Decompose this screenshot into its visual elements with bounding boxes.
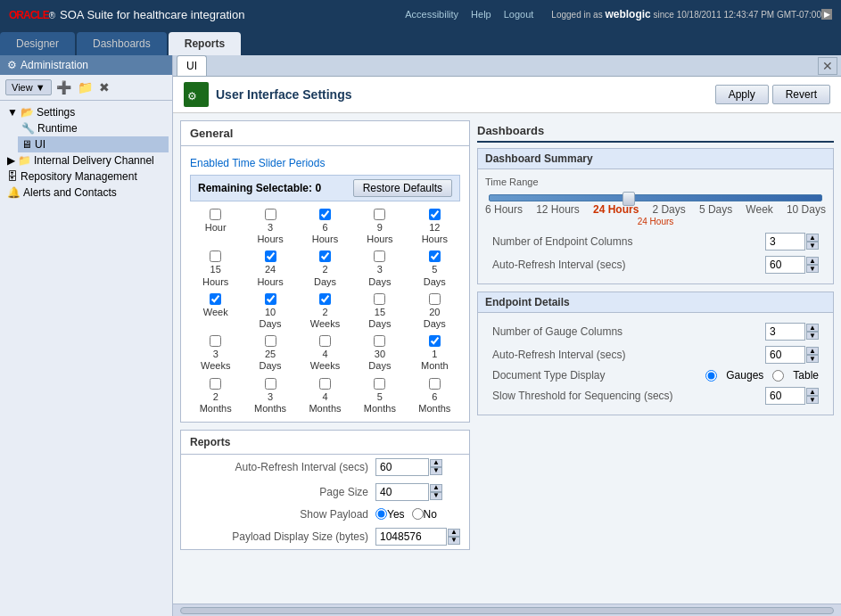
checkbox-6hours-input[interactable] [319, 209, 331, 220]
show-payload-no-radio[interactable] [412, 508, 424, 520]
checkbox-3months-input[interactable] [265, 378, 276, 390]
show-payload-yes-radio[interactable] [375, 508, 387, 520]
endpoint-details-body: Number of Gauge Columns ▲ ▼ Auto-Refresh… [478, 313, 833, 415]
checkbox-15hours-input[interactable] [210, 251, 221, 262]
page-size-spinner: ▲ ▼ [430, 484, 442, 500]
page-size-down[interactable]: ▼ [430, 492, 442, 500]
detail-auto-refresh-up[interactable]: ▲ [806, 347, 819, 355]
checkbox-1month: 1Month [409, 335, 460, 372]
page-size-input[interactable] [375, 483, 429, 501]
checkbox-1month-input[interactable] [429, 335, 441, 347]
main-layout: ⚙ Administration View ▼ ➕ 📁 ✖ ▼ 📂 Settin… [0, 55, 841, 616]
sidebar-item-settings[interactable]: ▼ 📂 Settings [4, 104, 169, 120]
payload-display-down[interactable]: ▼ [448, 537, 460, 545]
checkbox-12hours: 12Hours [409, 209, 460, 245]
dashboard-summary-title: Dashboard Summary [478, 149, 833, 169]
doc-type-table-radio[interactable] [772, 370, 784, 382]
sidebar-header: ⚙ Administration [0, 55, 172, 75]
content-tab-ui[interactable]: UI [177, 55, 207, 76]
summary-auto-refresh-up[interactable]: ▲ [806, 257, 819, 265]
endpoint-cols-up[interactable]: ▲ [806, 234, 819, 242]
tab-designer[interactable]: Designer [0, 32, 75, 55]
gauge-cols-down[interactable]: ▼ [806, 332, 819, 340]
checkbox-3weeks: 3Weeks [190, 335, 241, 372]
payload-display-label: Payload Display Size (bytes) [190, 530, 368, 543]
slow-threshold-down[interactable]: ▼ [806, 396, 819, 404]
sidebar-header-icon: ⚙ [7, 59, 17, 71]
folder-btn[interactable]: 📁 [76, 78, 95, 96]
checkbox-2months: 2Months [190, 378, 241, 415]
checkbox-24hours-input[interactable] [265, 251, 276, 262]
restore-defaults-button[interactable]: Restore Defaults [353, 179, 452, 197]
content-area: UI ✕ ⚙ User Interface Settings Apply Rev… [173, 55, 841, 616]
summary-auto-refresh-down[interactable]: ▼ [806, 265, 819, 273]
checkbox-2days-input[interactable] [319, 251, 331, 262]
time-range-label: Time Range [485, 177, 826, 187]
add-btn[interactable]: ➕ [54, 78, 73, 96]
checkbox-5days-input[interactable] [429, 251, 441, 262]
auto-refresh-down[interactable]: ▼ [430, 467, 442, 475]
delete-btn[interactable]: ✖ [97, 78, 111, 96]
endpoint-cols-spinner: ▲ ▼ [806, 234, 819, 250]
checkbox-week-input[interactable] [210, 293, 221, 305]
checkbox-6hours: 6Hours [300, 209, 350, 245]
doc-type-table-label: Table [793, 369, 819, 382]
sidebar-item-repo[interactable]: 🗄 Repository Management [4, 168, 169, 185]
checkbox-2months-input[interactable] [210, 378, 221, 390]
close-tab-btn[interactable]: ✕ [818, 57, 837, 75]
sidebar-item-alerts[interactable]: 🔔 Alerts and Contacts [4, 185, 169, 201]
tab-dashboards[interactable]: Dashboards [77, 32, 167, 55]
auto-refresh-label: Auto-Refresh Interval (secs) [190, 461, 368, 473]
endpoint-cols-input[interactable] [765, 233, 805, 251]
checkbox-12hours-input[interactable] [429, 209, 441, 220]
detail-auto-refresh-down[interactable]: ▼ [806, 355, 819, 363]
doc-type-gauges-radio[interactable] [705, 370, 717, 382]
general-panel: General Enabled Time Slider Periods Rema… [180, 120, 470, 423]
checkbox-3days-input[interactable] [374, 251, 385, 262]
slow-threshold-up[interactable]: ▲ [806, 388, 819, 396]
checkbox-30days-input[interactable] [374, 335, 385, 347]
sidebar-item-runtime[interactable]: 🔧 Runtime [18, 120, 169, 136]
checkbox-3hours-input[interactable] [265, 209, 276, 220]
gauge-cols-input[interactable] [765, 323, 805, 341]
checkbox-4months-input[interactable] [319, 378, 331, 390]
view-dropdown[interactable]: View ▼ [5, 79, 52, 95]
page-size-row: Page Size ▲ ▼ [181, 480, 469, 505]
svg-text:⚙: ⚙ [187, 90, 197, 103]
scrollbar-track[interactable] [180, 607, 834, 614]
checkbox-3weeks-input[interactable] [210, 335, 221, 347]
doc-type-display-label: Document Type Display [492, 369, 705, 382]
auto-refresh-input[interactable] [375, 458, 429, 476]
checkbox-10days-input[interactable] [265, 293, 276, 305]
accessibility-link[interactable]: Accessibility [405, 9, 458, 20]
logout-link[interactable]: Logout [504, 9, 534, 20]
checkbox-3hours: 3Hours [244, 209, 295, 245]
checkbox-25days-input[interactable] [265, 335, 276, 347]
scroll-right-btn[interactable]: ▶ [821, 9, 832, 20]
tab-reports[interactable]: Reports [169, 32, 241, 55]
summary-auto-refresh-label: Auto-Refresh Interval (secs) [492, 259, 765, 271]
help-link[interactable]: Help [471, 9, 491, 20]
checkbox-6months-input[interactable] [429, 378, 441, 390]
gauge-cols-up[interactable]: ▲ [806, 324, 819, 332]
slider-thumb[interactable] [623, 192, 635, 206]
detail-auto-refresh-input[interactable] [765, 346, 805, 364]
checkbox-20days-input[interactable] [429, 293, 441, 305]
checkbox-9hours-input[interactable] [374, 209, 385, 220]
time-range-slider[interactable]: 6 Hours 12 Hours 24 Hours 2 Days 5 Days … [485, 191, 826, 230]
payload-display-row: Payload Display Size (bytes) ▲ ▼ [181, 524, 469, 549]
checkbox-2weeks-input[interactable] [319, 293, 331, 305]
sidebar-item-delivery[interactable]: ▶ 📁 Internal Delivery Channel [4, 152, 169, 168]
checkbox-15days-input[interactable] [374, 293, 385, 305]
bottom-scrollbar[interactable] [173, 604, 841, 616]
apply-button[interactable]: Apply [715, 85, 769, 104]
summary-auto-refresh-input[interactable] [765, 256, 805, 274]
endpoint-cols-down[interactable]: ▼ [806, 242, 819, 250]
revert-button[interactable]: Revert [772, 85, 830, 104]
sidebar-item-ui[interactable]: 🖥 UI [18, 136, 169, 152]
slow-threshold-input[interactable] [765, 387, 805, 405]
checkbox-5months-input[interactable] [374, 378, 385, 390]
payload-display-input[interactable] [375, 528, 447, 546]
checkbox-hour-input[interactable] [210, 209, 221, 220]
checkbox-4weeks-input[interactable] [319, 335, 331, 347]
